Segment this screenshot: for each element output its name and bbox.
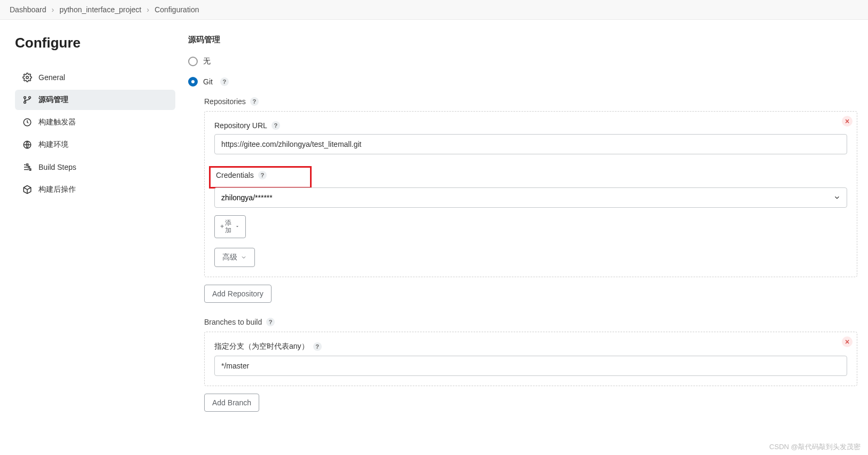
svg-rect-6 (27, 164, 28, 166)
page-title: Configure (15, 35, 175, 51)
sidenav-item-scm[interactable]: 源码管理 (15, 90, 175, 110)
globe-icon (22, 140, 32, 150)
button-label: Add Repository (212, 289, 264, 298)
label-text: Repositories (204, 97, 246, 106)
help-icon[interactable]: ? (220, 77, 229, 86)
chevron-right-icon: › (147, 5, 150, 14)
breadcrumb-link[interactable]: Dashboard (10, 5, 46, 14)
sidenav-label: Build Steps (38, 163, 76, 171)
svg-point-1 (24, 97, 26, 99)
label-text: 指定分支（为空时代表any） (214, 342, 309, 351)
radio-scm-none[interactable]: 无 (188, 57, 857, 66)
sidenav-label: General (38, 73, 65, 82)
gear-icon (22, 73, 32, 82)
chevron-down-icon (241, 254, 247, 261)
button-label: 高级 (222, 253, 237, 262)
breadcrumb: Dashboard › python_interface_project › C… (0, 0, 868, 20)
chevron-right-icon: › (52, 5, 55, 14)
breadcrumb-link[interactable]: Configuration (154, 5, 199, 14)
repository-entry: × Repository URL ? Credentials ? zhilong… (204, 111, 857, 277)
radio-label: Git (203, 77, 213, 86)
help-icon[interactable]: ? (272, 121, 280, 130)
sidenav-item-triggers[interactable]: 构建触发器 (15, 112, 175, 132)
add-branch-button[interactable]: Add Branch (204, 394, 259, 412)
add-label-1: 添 (225, 219, 231, 226)
configure-sidenav: General 源码管理 构建触发器 构建环境 (15, 67, 175, 200)
sidenav-label: 构建后操作 (38, 185, 76, 194)
branches-label: Branches to build ? (204, 318, 857, 326)
credentials-highlight: Credentials ? (209, 166, 312, 189)
svg-point-3 (29, 97, 31, 99)
sidenav-item-env[interactable]: 构建环境 (15, 135, 175, 155)
radio-icon (188, 77, 198, 87)
caret-down-icon (235, 224, 240, 229)
repo-url-label: Repository URL ? (214, 121, 847, 130)
label-text: Branches to build (204, 318, 262, 326)
svg-rect-8 (30, 169, 31, 170)
repository-url-input[interactable] (214, 134, 847, 154)
branch-spec-label: 指定分支（为空时代表any） ? (214, 342, 847, 351)
section-title-scm: 源码管理 (188, 35, 857, 45)
clock-icon (22, 117, 32, 127)
plus-icon: + (220, 223, 224, 230)
help-icon[interactable]: ? (250, 97, 259, 106)
radio-label: 无 (203, 57, 211, 66)
radio-icon (188, 57, 198, 66)
help-icon[interactable]: ? (258, 171, 267, 179)
add-credentials-button[interactable]: + 添 加 (214, 215, 246, 238)
label-text: Credentials (216, 171, 254, 179)
branch-icon (22, 95, 32, 105)
branch-specifier-input[interactable] (214, 356, 847, 376)
label-text: Repository URL (214, 121, 267, 130)
credentials-label: Credentials ? (216, 171, 305, 179)
credentials-select[interactable]: zhilongya/****** (214, 187, 847, 208)
svg-point-0 (26, 76, 29, 79)
breadcrumb-link[interactable]: python_interface_project (59, 5, 141, 14)
button-label: Add Branch (212, 398, 251, 407)
branch-entry: × 指定分支（为空时代表any） ? (204, 332, 857, 386)
svg-point-2 (24, 101, 26, 104)
help-icon[interactable]: ? (266, 318, 275, 326)
sidenav-item-post[interactable]: 构建后操作 (15, 179, 175, 200)
sidenav-item-steps[interactable]: Build Steps (15, 157, 175, 177)
package-icon (22, 185, 32, 194)
radio-scm-git[interactable]: Git ? (188, 77, 857, 87)
help-icon[interactable]: ? (313, 342, 322, 351)
advanced-button[interactable]: 高级 (214, 248, 255, 267)
sidenav-item-general[interactable]: General (15, 67, 175, 88)
remove-repository-button[interactable]: × (842, 116, 852, 127)
sidenav-label: 源码管理 (38, 95, 68, 105)
remove-branch-button[interactable]: × (842, 336, 852, 347)
add-label-2: 加 (225, 226, 231, 234)
sidenav-label: 构建环境 (38, 140, 68, 150)
add-repository-button[interactable]: Add Repository (204, 285, 272, 303)
sidenav-label: 构建触发器 (38, 117, 76, 127)
steps-icon (22, 162, 32, 172)
repositories-label: Repositories ? (204, 97, 857, 106)
svg-rect-7 (28, 167, 30, 168)
